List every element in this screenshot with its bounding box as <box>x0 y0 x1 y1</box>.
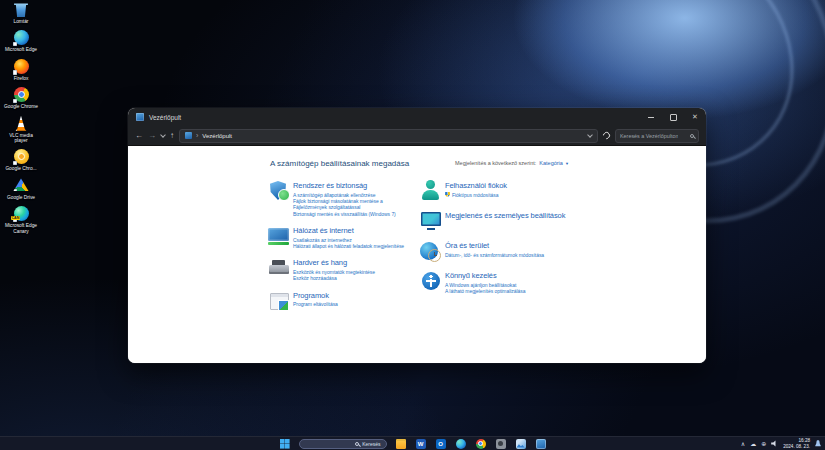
dropdown-arrow-icon: ▼ <box>565 161 569 166</box>
google-drive-icon <box>14 178 29 193</box>
desktop-icon-label: Firefox <box>14 76 29 81</box>
category-title-link[interactable]: Hardver és hang <box>293 258 375 267</box>
desktop-icon-microsoft-edge[interactable]: Microsoft Edge <box>2 30 40 52</box>
desktop-icon-chrome-canary[interactable]: Google Chro... <box>2 149 40 171</box>
category-title-link[interactable]: Hálózat és internet <box>293 226 404 235</box>
camera-icon <box>496 439 506 449</box>
category-network-internet: Hálózat és internetCsatlakozás az intern… <box>268 225 420 249</box>
category-task-link[interactable]: Biztonsági mentés és visszaállítás (Wind… <box>293 211 417 217</box>
refresh-icon[interactable] <box>602 131 612 141</box>
breadcrumb-separator: › <box>196 132 198 139</box>
view-by-dropdown[interactable]: Kategória ▼ <box>539 160 569 166</box>
control-panel-window: Vezérlőpult ✕ ← → ↑ › Vezérlőpult Keresé… <box>128 108 706 363</box>
clock-icon[interactable] <box>420 240 442 262</box>
category-task-link[interactable]: Hálózati állapot és hálózati feladatok m… <box>293 243 404 249</box>
category-task-link[interactable]: A Windows ajánljon beállításokat <box>445 282 525 288</box>
desktop-icon-label: Google Drive <box>7 195 35 200</box>
maximize-button[interactable] <box>662 108 684 126</box>
control-panel-content: A számítógép beállításainak megadása Meg… <box>128 147 706 363</box>
category-title-link[interactable]: Óra és terület <box>445 241 544 250</box>
taskbar-search-label: Keresés <box>362 441 380 447</box>
desktop-icon-list: LomtárMicrosoft EdgeFirefoxGoogle Chrome… <box>2 2 40 234</box>
clock-date: 2024. 08. 23. <box>783 444 810 449</box>
category-ease-of-access: Könnyű kezelésA Windows ajánljon beállít… <box>420 270 590 294</box>
category-text-hardware-sound: Hardver és hangEszközök és nyomtatók meg… <box>293 257 375 281</box>
microsoft-edge-icon <box>14 30 29 45</box>
category-title-link[interactable]: Felhasználói fiókok <box>445 181 507 190</box>
taskbar-app-word[interactable]: W <box>415 438 427 450</box>
category-title-link[interactable]: Megjelenés és személyes beállítások <box>445 211 565 220</box>
category-user-accounts: Felhasználói fiókokFióktípus módosítása <box>420 180 590 202</box>
category-text-network-internet: Hálózat és internetCsatlakozás az intern… <box>293 225 404 249</box>
page-title: A számítógép beállításainak megadása <box>270 159 409 168</box>
search-icon <box>355 442 359 446</box>
desktop-icon-google-drive[interactable]: Google Drive <box>2 178 40 200</box>
category-task-link[interactable]: Program eltávolítása <box>293 301 338 307</box>
category-system-security: Rendszer és biztonságA számítógép állapo… <box>268 180 420 217</box>
category-text-clock-region: Óra és területDátum-, idő- és számformát… <box>445 240 544 262</box>
explorer-icon <box>396 439 406 449</box>
breadcrumb[interactable]: Vezérlőpult <box>202 133 232 139</box>
taskbar-app-photos[interactable] <box>515 438 527 450</box>
category-task-link[interactable]: Dátum-, idő- és számformátumok módosítás… <box>445 252 544 258</box>
category-title-link[interactable]: Könnyű kezelés <box>445 271 525 280</box>
chrome-canary-icon <box>14 149 29 164</box>
category-text-ease-of-access: Könnyű kezelésA Windows ajánljon beállít… <box>445 270 525 294</box>
window-titlebar[interactable]: Vezérlőpult ✕ <box>128 108 706 126</box>
search-input[interactable]: Keresés a Vezérlőpulton <box>615 129 699 143</box>
network-globe-icon[interactable]: ⊕ <box>761 441 766 447</box>
photos-icon <box>516 439 526 449</box>
category-task-link[interactable]: A látható megjelenítés optimalizálása <box>445 288 525 294</box>
forward-button[interactable]: → <box>148 132 156 140</box>
security-icon[interactable] <box>268 180 290 202</box>
close-button[interactable]: ✕ <box>684 108 706 126</box>
back-button[interactable]: ← <box>135 132 143 140</box>
taskbar-app-chrome[interactable] <box>475 438 487 450</box>
taskbar-app-edge[interactable] <box>455 438 467 450</box>
users-icon[interactable] <box>420 180 442 202</box>
start-button[interactable] <box>279 438 291 450</box>
volume-icon[interactable] <box>771 440 778 447</box>
desktop-icon-vlc[interactable]: VLC media player <box>2 116 40 144</box>
network-icon[interactable] <box>268 225 290 247</box>
appearance-icon[interactable] <box>420 210 442 232</box>
taskbar-app-camera[interactable] <box>495 438 507 450</box>
category-text-system-security: Rendszer és biztonságA számítógép állapo… <box>293 180 417 217</box>
notifications-bell-icon[interactable] <box>815 440 821 447</box>
recent-locations-chevron-icon[interactable] <box>160 132 166 138</box>
taskbar-search-input[interactable]: Keresés <box>299 439 387 449</box>
edge-icon <box>456 439 466 449</box>
category-task-link[interactable]: Fájlok biztonsági másolatának mentése a … <box>293 198 417 211</box>
firefox-icon <box>14 59 29 74</box>
desktop-icon-edge-canary[interactable]: CANMicrosoft Edge Canary <box>2 206 40 234</box>
onedrive-icon[interactable]: ☁ <box>750 441 756 447</box>
minimize-button[interactable] <box>640 108 662 126</box>
category-text-appearance-personalization: Megjelenés és személyes beállítások <box>445 210 565 232</box>
desktop-icon-firefox[interactable]: Firefox <box>2 59 40 81</box>
desktop-icon-label: Google Chro... <box>5 166 36 171</box>
taskbar-app-explorer[interactable] <box>395 438 407 450</box>
hardware-icon[interactable] <box>268 257 290 279</box>
address-dropdown-chevron-icon[interactable] <box>587 132 593 138</box>
desktop-icon-google-chrome[interactable]: Google Chrome <box>2 87 40 109</box>
access-icon[interactable] <box>420 270 442 292</box>
category-task-link[interactable]: Eszköz hozzáadása <box>293 275 375 281</box>
desktop-icon-label: Microsoft Edge Canary <box>3 223 39 234</box>
category-title-link[interactable]: Programok <box>293 291 338 300</box>
canary-badge: CAN <box>11 216 21 221</box>
chrome-icon <box>476 439 486 449</box>
window-title: Vezérlőpult <box>149 114 181 121</box>
taskbar-app-outlook[interactable]: O <box>435 438 447 450</box>
taskbar-app-control-panel[interactable] <box>535 438 547 450</box>
programs-icon[interactable] <box>268 290 290 312</box>
desktop-icon-recycle-bin[interactable]: Lomtár <box>2 2 40 24</box>
control-panel-icon <box>185 132 192 139</box>
address-bar[interactable]: › Vezérlőpult <box>179 129 598 143</box>
control-panel-icon <box>536 439 546 449</box>
taskbar-clock[interactable]: 16:28 2024. 08. 23. <box>783 438 810 448</box>
chevron-up-icon[interactable]: ∧ <box>741 441 745 447</box>
outlook-icon: O <box>436 439 446 449</box>
category-title-link[interactable]: Rendszer és biztonság <box>293 181 417 190</box>
up-button[interactable]: ↑ <box>170 132 174 140</box>
category-task-link[interactable]: Fióktípus módosítása <box>445 192 507 198</box>
